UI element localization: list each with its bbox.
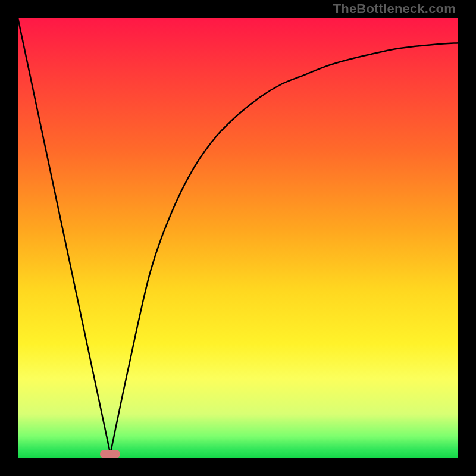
bottleneck-curve: [18, 18, 458, 458]
minimum-marker: [100, 450, 120, 458]
plot-area: [18, 18, 458, 458]
attribution-text: TheBottleneck.com: [333, 1, 456, 17]
chart-frame: TheBottleneck.com: [0, 0, 476, 476]
